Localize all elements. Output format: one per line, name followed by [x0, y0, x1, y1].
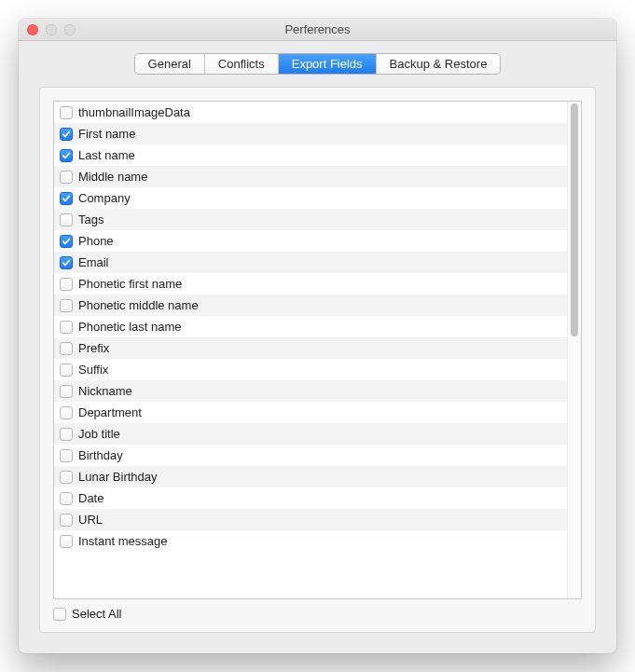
- field-label: Prefix: [78, 341, 109, 355]
- preferences-window: Perferences GeneralConflictsExport Field…: [19, 19, 616, 653]
- field-row[interactable]: Date: [54, 487, 567, 509]
- title-bar: Perferences: [19, 19, 616, 41]
- field-checkbox[interactable]: [60, 235, 73, 248]
- field-label: Department: [78, 405, 142, 419]
- export-fields-panel: thumbnailImageDataFirst nameLast nameMid…: [39, 87, 596, 633]
- zoom-icon[interactable]: [64, 24, 76, 35]
- field-row[interactable]: Tags: [54, 209, 567, 230]
- field-row[interactable]: Nickname: [54, 380, 567, 402]
- field-row[interactable]: Job title: [54, 423, 567, 445]
- field-row[interactable]: Prefix: [54, 337, 567, 359]
- tab-backup-restore[interactable]: Backup & Restore: [377, 54, 501, 74]
- field-label: Phone: [78, 234, 114, 248]
- field-row[interactable]: Email: [54, 252, 567, 273]
- field-row[interactable]: Phonetic first name: [54, 273, 567, 295]
- select-all-row[interactable]: Select All: [53, 599, 582, 621]
- field-checkbox[interactable]: [60, 321, 73, 334]
- field-label: Birthday: [78, 448, 123, 462]
- field-checkbox[interactable]: [60, 363, 73, 377]
- field-checkbox[interactable]: [60, 171, 73, 184]
- field-checkbox[interactable]: [60, 149, 73, 162]
- tab-label: General: [148, 57, 191, 71]
- field-label: Suffix: [78, 363, 108, 377]
- field-row[interactable]: Middle name: [54, 166, 567, 187]
- select-all-checkbox[interactable]: [53, 608, 66, 621]
- field-label: Company: [78, 191, 131, 205]
- field-checkbox[interactable]: [60, 299, 73, 312]
- window-title: Perferences: [19, 22, 616, 36]
- field-label: Instant message: [78, 534, 167, 548]
- field-label: Last name: [78, 148, 135, 162]
- field-label: Job title: [78, 427, 120, 441]
- field-checkbox[interactable]: [60, 278, 73, 291]
- field-label: Middle name: [78, 170, 147, 184]
- tab-label: Conflicts: [218, 57, 265, 71]
- traffic-lights: [27, 24, 76, 35]
- field-label: Phonetic first name: [78, 277, 182, 291]
- segmented-tabs: GeneralConflictsExport FieldsBackup & Re…: [135, 54, 501, 74]
- window-body: GeneralConflictsExport FieldsBackup & Re…: [19, 41, 616, 653]
- minimize-icon[interactable]: [46, 24, 57, 35]
- field-row[interactable]: URL: [54, 509, 567, 530]
- field-checkbox[interactable]: [60, 128, 73, 141]
- field-label: Date: [78, 491, 104, 505]
- tab-label: Export Fields: [292, 57, 363, 71]
- field-checkbox[interactable]: [60, 385, 73, 398]
- scrollbar-thumb[interactable]: [571, 103, 578, 336]
- field-label: Tags: [78, 213, 104, 226]
- field-label: First name: [78, 127, 135, 141]
- select-all-label: Select All: [72, 607, 121, 621]
- field-checkbox[interactable]: [60, 213, 73, 226]
- field-label: Phonetic middle name: [78, 298, 199, 312]
- scrollbar-track[interactable]: [567, 102, 581, 598]
- field-checkbox[interactable]: [60, 514, 73, 527]
- field-row[interactable]: Phonetic middle name: [54, 295, 567, 316]
- field-row[interactable]: Department: [54, 402, 567, 423]
- field-row[interactable]: Lunar Birthday: [54, 466, 567, 487]
- field-row[interactable]: First name: [54, 123, 567, 144]
- field-row[interactable]: Instant message: [54, 530, 567, 552]
- field-row[interactable]: Birthday: [54, 445, 567, 466]
- field-row[interactable]: Suffix: [54, 359, 567, 380]
- field-checkbox[interactable]: [60, 428, 73, 441]
- field-label: thumbnailImageData: [78, 105, 190, 119]
- close-icon[interactable]: [27, 24, 38, 35]
- field-label: Email: [78, 255, 109, 269]
- field-checkbox[interactable]: [60, 192, 73, 205]
- field-checkbox[interactable]: [60, 535, 73, 548]
- field-row[interactable]: Phone: [54, 230, 567, 252]
- tab-general[interactable]: General: [135, 54, 205, 74]
- fields-list[interactable]: thumbnailImageDataFirst nameLast nameMid…: [54, 102, 567, 598]
- fields-list-container: thumbnailImageDataFirst nameLast nameMid…: [53, 101, 582, 599]
- field-checkbox[interactable]: [60, 342, 73, 355]
- tab-conflicts[interactable]: Conflicts: [205, 54, 279, 74]
- field-checkbox[interactable]: [60, 406, 73, 419]
- field-row[interactable]: Phonetic last name: [54, 316, 567, 337]
- field-checkbox[interactable]: [60, 449, 73, 462]
- field-row[interactable]: Last name: [54, 144, 567, 166]
- field-checkbox[interactable]: [60, 256, 73, 269]
- field-row[interactable]: Company: [54, 187, 567, 209]
- field-row[interactable]: thumbnailImageData: [54, 102, 567, 123]
- field-label: Phonetic last name: [78, 320, 182, 334]
- field-checkbox[interactable]: [60, 106, 73, 119]
- field-label: Lunar Birthday: [78, 470, 158, 484]
- field-checkbox[interactable]: [60, 492, 73, 505]
- field-label: Nickname: [78, 384, 132, 398]
- tab-label: Backup & Restore: [390, 57, 488, 71]
- tab-export-fields[interactable]: Export Fields: [279, 54, 377, 74]
- field-checkbox[interactable]: [60, 471, 73, 484]
- field-label: URL: [78, 513, 103, 527]
